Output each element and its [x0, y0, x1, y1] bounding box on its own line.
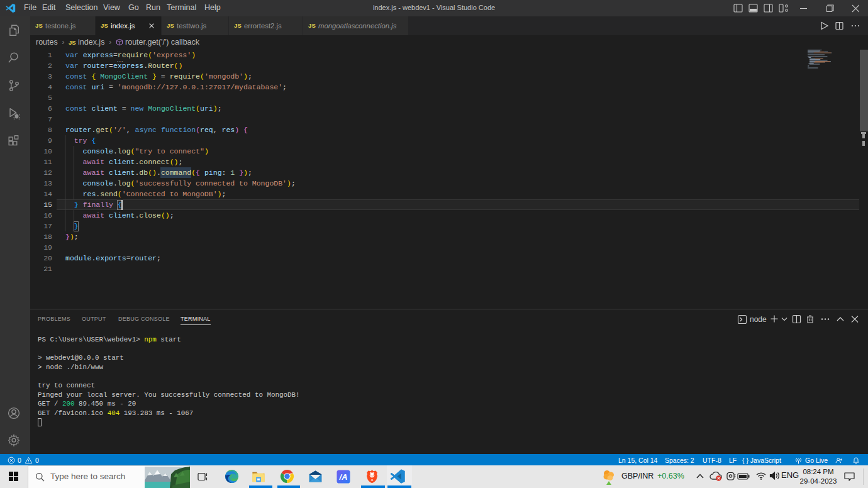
svg-text:/A: /A [339, 472, 348, 482]
